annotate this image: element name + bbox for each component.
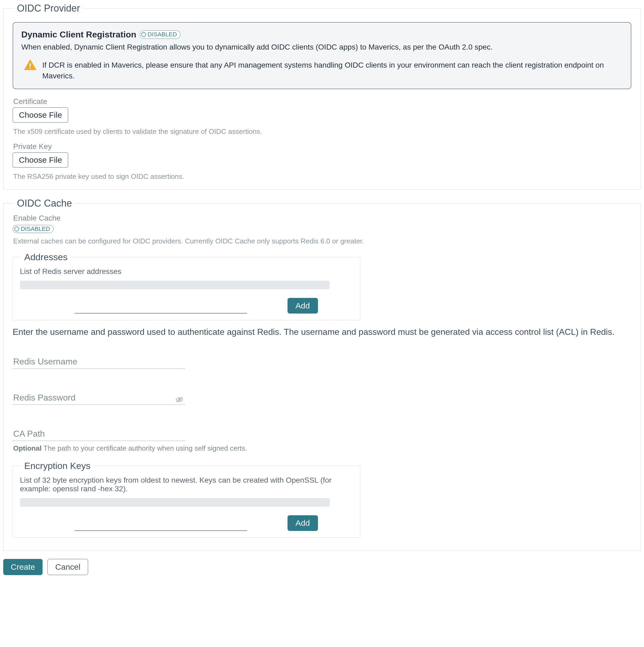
dcr-warning: If DCR is enabled in Maverics, please en… [42,58,623,82]
svg-rect-0 [29,63,31,67]
encryption-keys-legend: Encryption Keys [21,460,93,471]
addresses-input[interactable] [75,301,247,313]
addresses-group: Addresses List of Redis server addresses… [13,252,360,320]
svg-rect-1 [29,67,31,68]
private-key-choose-file-button[interactable]: Choose File [13,152,68,167]
addresses-add-button[interactable]: Add [287,298,318,313]
certificate-label: Certificate [13,97,631,106]
redis-username-input[interactable] [13,349,185,369]
cache-help: External caches can be configured for OI… [13,237,631,245]
dcr-title: Dynamic Client Registration [21,29,136,40]
encryption-keys-group: Encryption Keys List of 32 byte encrypti… [13,460,360,537]
ca-path-input[interactable] [13,421,185,441]
footer-actions: Create Cancel [3,559,641,575]
certificate-help: The x509 certificate used by clients to … [13,127,631,136]
redis-auth-explain: Enter the username and password used to … [13,326,631,338]
oidc-cache-legend: OIDC Cache [14,198,75,209]
oidc-provider-legend: OIDC Provider [14,3,83,14]
enable-cache-label: Enable Cache [13,214,631,222]
ca-path-help-prefix: Optional [13,444,42,452]
visibility-off-icon[interactable] [176,396,184,402]
redis-password-field: Redis Password [13,385,185,405]
enable-cache-disabled-badge[interactable]: DISABLED [13,225,54,233]
certificate-choose-file-button[interactable]: Choose File [13,107,68,123]
encryption-keys-add-button[interactable]: Add [287,515,318,531]
dcr-description: When enabled, Dynamic Client Registratio… [21,42,623,53]
addresses-chip-list[interactable] [20,281,330,289]
dcr-callout: Dynamic Client Registration DISABLED Whe… [13,22,631,89]
encryption-keys-desc: List of 32 byte encryption keys from old… [20,476,353,493]
ca-path-help: Optional The path to your certificate au… [13,444,631,452]
ca-path-field: CA Path [13,421,185,441]
addresses-desc: List of Redis server addresses [20,267,353,276]
warning-icon [23,58,37,72]
redis-password-input[interactable] [13,385,185,405]
oidc-provider-group: OIDC Provider Dynamic Client Registratio… [3,3,641,190]
private-key-help: The RSA256 private key used to sign OIDC… [13,172,631,181]
encryption-keys-input[interactable] [75,518,247,531]
create-button[interactable]: Create [3,559,43,575]
ca-path-help-text: The path to your certificate authority w… [43,444,247,452]
redis-username-field: Redis Username [13,349,185,369]
dcr-badge-text: DISABLED [148,31,177,38]
enable-cache-badge-text: DISABLED [21,225,50,232]
toggle-off-icon [14,226,19,231]
dcr-disabled-badge[interactable]: DISABLED [140,30,181,39]
oidc-cache-group: OIDC Cache Enable Cache DISABLED Externa… [3,198,641,551]
cancel-button[interactable]: Cancel [48,559,88,575]
private-key-label: Private Key [13,142,631,151]
addresses-legend: Addresses [21,252,70,262]
toggle-off-icon [141,32,146,37]
encryption-keys-chip-list[interactable] [20,498,330,507]
